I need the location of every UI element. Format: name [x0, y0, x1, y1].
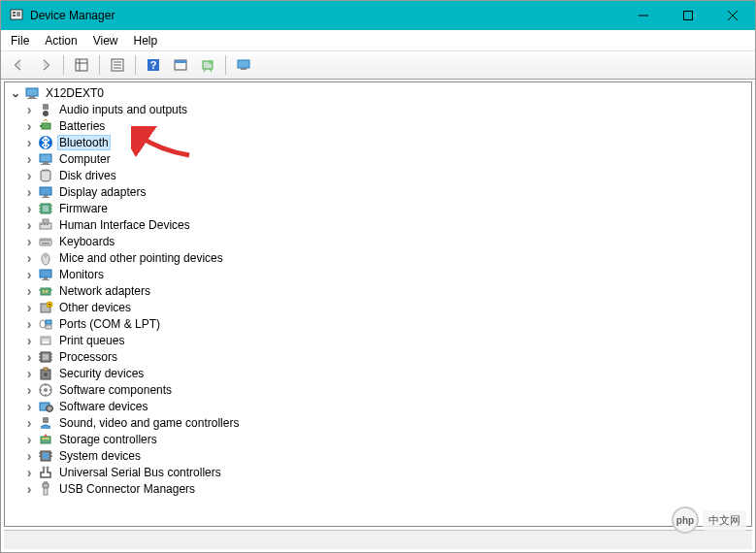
- svg-rect-56: [47, 240, 49, 242]
- tree-item[interactable]: Audio inputs and outputs: [5, 101, 751, 117]
- tree-item[interactable]: Bluetooth: [5, 134, 751, 150]
- svg-point-105: [43, 466, 46, 469]
- tree-item[interactable]: Batteries: [5, 117, 751, 134]
- device-category-icon: [38, 415, 53, 431]
- expand-toggle[interactable]: [22, 317, 36, 331]
- tree-item[interactable]: Display adapters: [5, 183, 751, 200]
- minimize-button[interactable]: [621, 1, 666, 30]
- expand-toggle[interactable]: [22, 169, 36, 182]
- svg-rect-61: [44, 253, 48, 256]
- device-category-icon: [38, 118, 53, 134]
- svg-rect-5: [684, 12, 693, 20]
- expand-toggle[interactable]: [22, 482, 36, 496]
- tree-item[interactable]: Firmware: [5, 200, 751, 216]
- expand-toggle[interactable]: [22, 433, 36, 446]
- expand-toggle[interactable]: [22, 400, 36, 413]
- tree-item[interactable]: Ports (COM & LPT): [5, 315, 751, 332]
- svg-rect-58: [42, 243, 49, 244]
- svg-rect-28: [42, 123, 50, 129]
- tree-item[interactable]: ?Other devices: [5, 299, 751, 315]
- tree-item[interactable]: Mice and other pointing devices: [5, 249, 751, 266]
- expand-toggle[interactable]: [22, 449, 36, 463]
- tree-item-label: Monitors: [57, 268, 106, 281]
- tree-root[interactable]: X12DEXT0: [5, 84, 751, 101]
- tree-item-label: System devices: [57, 449, 143, 463]
- tree-item-label: Mice and other pointing devices: [57, 251, 225, 265]
- back-button[interactable]: [7, 53, 30, 77]
- svg-rect-29: [40, 125, 42, 127]
- tree-item[interactable]: Universal Serial Bus controllers: [5, 464, 751, 480]
- devices-button[interactable]: [232, 53, 255, 77]
- tree-item[interactable]: Security devices: [5, 365, 751, 381]
- expand-toggle[interactable]: [22, 268, 36, 281]
- tree-item[interactable]: Processors: [5, 348, 751, 365]
- expand-toggle[interactable]: [22, 350, 36, 364]
- tree-item-label: Network adapters: [57, 284, 152, 298]
- tree-item[interactable]: Storage controllers: [5, 431, 751, 447]
- tree-item[interactable]: Software devices: [5, 398, 751, 414]
- expand-toggle[interactable]: [22, 235, 36, 248]
- close-button[interactable]: [710, 1, 755, 30]
- svg-rect-26: [43, 104, 49, 110]
- svg-rect-54: [43, 240, 45, 242]
- action-button[interactable]: [169, 53, 192, 77]
- tree-item[interactable]: Disk drives: [5, 167, 751, 183]
- toolbar-separator: [135, 55, 136, 75]
- device-category-icon: ?: [38, 300, 53, 315]
- tree-item-label: Keyboards: [57, 235, 116, 248]
- tree-item[interactable]: Sound, video and game controllers: [5, 414, 751, 431]
- show-hide-tree-button[interactable]: [70, 53, 93, 77]
- svg-rect-62: [40, 270, 51, 277]
- svg-point-73: [40, 320, 46, 328]
- expand-toggle[interactable]: [22, 152, 36, 166]
- svg-rect-23: [26, 88, 38, 96]
- tree-item[interactable]: System devices: [5, 447, 751, 464]
- tree-item[interactable]: Network adapters: [5, 282, 751, 299]
- expand-toggle[interactable]: [22, 136, 36, 149]
- tree-item[interactable]: USB Connector Managers: [5, 480, 751, 497]
- expand-toggle[interactable]: [22, 466, 36, 479]
- expand-toggle[interactable]: [9, 86, 22, 100]
- help-button[interactable]: ?: [142, 53, 165, 77]
- tree-item[interactable]: Monitors: [5, 266, 751, 282]
- forward-button[interactable]: [34, 53, 57, 77]
- tree-item[interactable]: Computer: [5, 150, 751, 167]
- expand-toggle[interactable]: [22, 301, 36, 314]
- expand-toggle[interactable]: [22, 383, 36, 397]
- tree-item[interactable]: Human Interface Devices: [5, 216, 751, 233]
- tree-item[interactable]: Keyboards: [5, 233, 751, 249]
- expand-toggle[interactable]: [22, 119, 36, 133]
- svg-rect-96: [41, 427, 50, 429]
- menu-file[interactable]: File: [3, 32, 37, 49]
- device-tree[interactable]: X12DEXT0Audio inputs and outputsBatterie…: [4, 81, 752, 527]
- svg-rect-48: [41, 224, 43, 225]
- menu-help[interactable]: Help: [126, 32, 166, 49]
- expand-toggle[interactable]: [22, 251, 36, 265]
- menu-view[interactable]: View: [85, 32, 126, 49]
- properties-button[interactable]: [106, 53, 129, 77]
- menu-action[interactable]: Action: [37, 32, 84, 49]
- watermark: php 中文网: [672, 506, 746, 534]
- maximize-button[interactable]: [666, 1, 710, 30]
- expand-toggle[interactable]: [22, 103, 36, 116]
- device-category-icon: [38, 333, 53, 348]
- expand-toggle[interactable]: [22, 185, 36, 199]
- expand-toggle[interactable]: [22, 202, 36, 215]
- svg-rect-49: [44, 224, 46, 225]
- expand-toggle[interactable]: [22, 334, 36, 347]
- expand-toggle[interactable]: [22, 218, 36, 232]
- svg-point-89: [44, 373, 48, 376]
- svg-rect-98: [42, 438, 49, 439]
- svg-rect-55: [45, 240, 47, 242]
- expand-toggle[interactable]: [22, 284, 36, 298]
- expand-toggle[interactable]: [22, 367, 36, 380]
- expand-toggle[interactable]: [22, 416, 36, 430]
- svg-point-31: [45, 141, 48, 144]
- svg-rect-22: [241, 68, 247, 70]
- device-category-icon: [38, 135, 53, 150]
- device-category-icon: [38, 349, 53, 365]
- tree-item-label: USB Connector Managers: [57, 482, 197, 496]
- tree-item[interactable]: Print queues: [5, 332, 751, 348]
- tree-item[interactable]: Software components: [5, 381, 751, 398]
- scan-hardware-button[interactable]: [196, 53, 219, 77]
